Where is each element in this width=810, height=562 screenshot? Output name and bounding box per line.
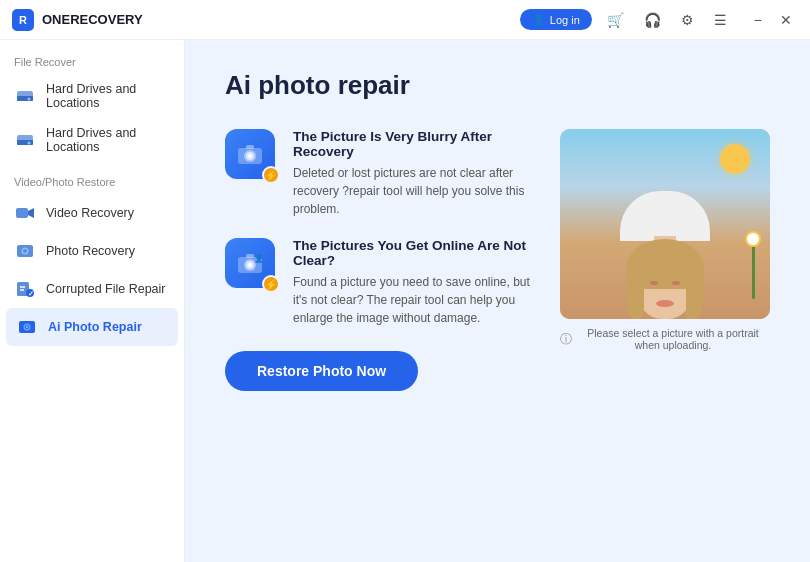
content-right: ⓘ Please select a picture with a portrai… — [560, 129, 770, 391]
svg-text:👤: 👤 — [254, 253, 264, 263]
svg-text:✓: ✓ — [28, 290, 34, 297]
feature-desc-1: Deleted or lost pictures are not clear a… — [293, 164, 530, 218]
hard-drive-icon-2 — [14, 129, 36, 151]
svg-point-23 — [248, 154, 252, 158]
svg-point-19 — [26, 326, 28, 328]
svg-point-10 — [23, 249, 27, 253]
restore-photo-button[interactable]: Restore Photo Now — [225, 351, 418, 391]
feature-desc-2: Found a picture you need to save online,… — [293, 273, 530, 327]
sidebar-item-label: Hard Drives and Locations — [46, 82, 170, 110]
title-bar: R ONERECOVERY 👤 Log in 🛒 🎧 ⚙ ☰ − ✕ — [0, 0, 810, 40]
login-button[interactable]: 👤 Log in — [520, 9, 592, 30]
repair-icon: ✓ — [14, 278, 36, 300]
hard-drive-icon-1 — [14, 85, 36, 107]
sun-decoration — [720, 144, 750, 174]
content-main: ⚡ The Picture Is Very Blurry After Recov… — [225, 129, 770, 391]
photo-hint: ⓘ Please select a picture with a portrai… — [560, 327, 770, 351]
sidebar-item-video-recovery[interactable]: Video Recovery — [0, 194, 184, 232]
feature-icon-1: ⚡ — [225, 129, 277, 181]
feature-title-2: The Pictures You Get Online Are Not Clea… — [293, 238, 530, 268]
sidebar-item-photo-recovery[interactable]: Photo Recovery — [0, 232, 184, 270]
sidebar: File Recover Hard Drives and Locations H… — [0, 40, 185, 562]
feature-cards: ⚡ The Picture Is Very Blurry After Recov… — [225, 129, 530, 327]
main-layout: File Recover Hard Drives and Locations H… — [0, 40, 810, 562]
warning-badge-2: ⚡ — [262, 275, 280, 293]
portrait-bg — [560, 129, 770, 319]
warning-badge-1: ⚡ — [262, 166, 280, 184]
svg-rect-29 — [246, 254, 254, 258]
feature-text-2: The Pictures You Get Online Are Not Clea… — [293, 238, 530, 327]
title-bar-right: 👤 Log in 🛒 🎧 ⚙ ☰ − ✕ — [520, 9, 798, 30]
window-controls: − ✕ — [748, 10, 798, 30]
sidebar-item-label: Photo Recovery — [46, 244, 135, 258]
svg-rect-4 — [17, 140, 33, 145]
menu-button[interactable]: ☰ — [709, 10, 732, 30]
minimize-button[interactable]: − — [748, 10, 768, 30]
svg-rect-1 — [17, 96, 33, 101]
feature-text-1: The Picture Is Very Blurry After Recover… — [293, 129, 530, 218]
svg-marker-7 — [28, 208, 34, 218]
content-left: ⚡ The Picture Is Very Blurry After Recov… — [225, 129, 530, 391]
headset-button[interactable]: 🎧 — [639, 10, 666, 30]
sidebar-item-hard-drives-1[interactable]: Hard Drives and Locations — [0, 74, 184, 118]
sidebar-item-label: Video Recovery — [46, 206, 134, 220]
file-recover-section-label: File Recover — [0, 56, 184, 74]
feature-icon-2: 👤 ⚡ — [225, 238, 277, 290]
video-photo-section-label: Video/Photo Restore — [0, 176, 184, 194]
sidebar-item-ai-photo-repair[interactable]: Ai Photo Repair — [6, 308, 178, 346]
video-icon — [14, 202, 36, 224]
content-area: Ai photo repair — [185, 40, 810, 562]
title-bar-left: R ONERECOVERY — [12, 9, 143, 31]
app-logo: R — [12, 9, 34, 31]
feature-row-1: ⚡ The Picture Is Very Blurry After Recov… — [225, 129, 530, 218]
svg-point-2 — [28, 98, 31, 101]
feature-title-1: The Picture Is Very Blurry After Recover… — [293, 129, 530, 159]
info-icon: ⓘ — [560, 331, 572, 348]
photo-icon — [14, 240, 36, 262]
settings-button[interactable]: ⚙ — [676, 10, 699, 30]
page-title: Ai photo repair — [225, 70, 770, 101]
photo-preview — [560, 129, 770, 319]
feature-row-2: 👤 ⚡ The Pictures You Get Online Are Not … — [225, 238, 530, 327]
svg-point-28 — [248, 263, 252, 267]
flower-decoration — [752, 239, 755, 299]
ai-repair-icon — [16, 316, 38, 338]
sidebar-item-label: Hard Drives and Locations — [46, 126, 170, 154]
svg-rect-24 — [246, 145, 254, 149]
sidebar-item-corrupted-repair[interactable]: ✓ Corrupted File Repair — [0, 270, 184, 308]
user-icon: 👤 — [532, 13, 546, 26]
svg-rect-6 — [16, 208, 28, 218]
close-button[interactable]: ✕ — [774, 10, 798, 30]
sidebar-item-hard-drives-2[interactable]: Hard Drives and Locations — [0, 118, 184, 162]
cart-button[interactable]: 🛒 — [602, 10, 629, 30]
app-name: ONERECOVERY — [42, 12, 143, 27]
sidebar-item-label: Ai Photo Repair — [48, 320, 142, 334]
sidebar-item-label: Corrupted File Repair — [46, 282, 166, 296]
svg-point-5 — [28, 142, 31, 145]
